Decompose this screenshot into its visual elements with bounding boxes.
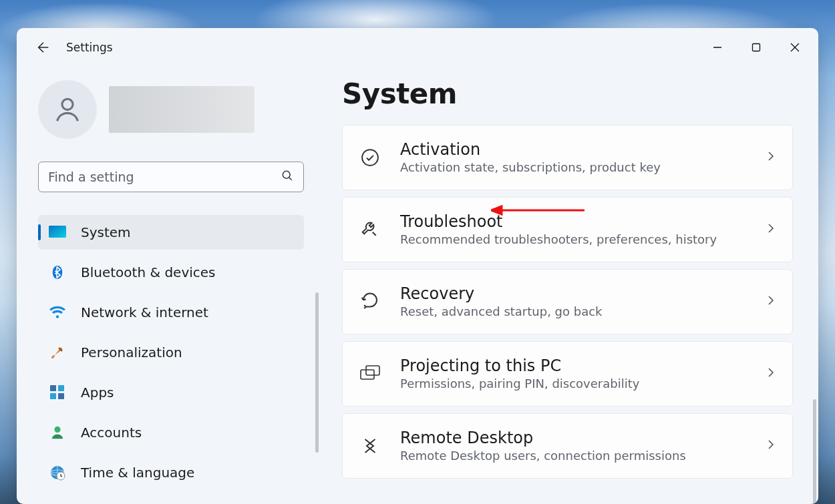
back-button[interactable] xyxy=(30,34,57,61)
card-subtitle: Reset, advanced startup, go back xyxy=(400,304,747,318)
maximize-button[interactable] xyxy=(737,34,776,61)
svg-point-4 xyxy=(62,99,73,109)
svg-rect-21 xyxy=(361,370,374,379)
time-language-icon xyxy=(49,464,66,481)
card-subtitle: Activation state, subscriptions, product… xyxy=(400,160,747,174)
svg-rect-22 xyxy=(366,366,379,375)
card-remote-desktop[interactable]: Remote Desktop Remote Desktop users, con… xyxy=(342,413,793,479)
svg-point-14 xyxy=(54,427,60,433)
person-icon xyxy=(52,94,83,125)
chevron-right-icon xyxy=(766,151,776,164)
back-arrow-icon xyxy=(36,40,51,55)
sidebar-item-label: Apps xyxy=(81,385,114,401)
window-title: Settings xyxy=(66,41,113,54)
svg-rect-13 xyxy=(58,393,64,399)
maximize-icon xyxy=(752,43,761,52)
chevron-right-icon xyxy=(766,223,776,236)
svg-rect-1 xyxy=(753,44,760,51)
account-name-redacted xyxy=(109,86,255,133)
titlebar: Settings xyxy=(17,28,818,67)
search-box[interactable] xyxy=(38,162,304,192)
card-subtitle: Recommended troubleshooters, preferences… xyxy=(400,232,747,246)
svg-rect-12 xyxy=(50,393,56,399)
svg-point-18 xyxy=(362,150,378,166)
card-activation[interactable]: Activation Activation state, subscriptio… xyxy=(342,125,793,190)
card-title: Projecting to this PC xyxy=(400,357,747,374)
page-title: System xyxy=(342,77,793,110)
sidebar-item-label: Network & internet xyxy=(81,304,208,320)
content-area: System Bluetooth & devices Network & int… xyxy=(17,67,818,504)
avatar xyxy=(38,80,97,139)
card-subtitle: Permissions, pairing PIN, discoverabilit… xyxy=(400,376,747,391)
svg-rect-10 xyxy=(50,385,56,391)
card-title: Troubleshoot xyxy=(400,213,747,230)
sidebar-item-apps[interactable]: Apps xyxy=(38,375,304,410)
svg-line-6 xyxy=(289,178,292,180)
remote-desktop-icon xyxy=(359,436,381,456)
svg-rect-8 xyxy=(49,226,66,238)
sidebar-item-label: Accounts xyxy=(81,425,142,441)
card-title: Activation xyxy=(400,141,747,158)
main-panel: System Activation Activation state, subs… xyxy=(334,67,818,504)
minimize-icon xyxy=(713,43,722,52)
close-button[interactable] xyxy=(776,34,814,61)
sidebar-nav: System Bluetooth & devices Network & int… xyxy=(38,215,304,490)
recovery-icon xyxy=(359,292,381,312)
card-title: Recovery xyxy=(400,285,747,302)
card-projecting[interactable]: Projecting to this PC Permissions, pairi… xyxy=(342,341,793,407)
card-troubleshoot[interactable]: Troubleshoot Recommended troubleshooters… xyxy=(342,197,793,262)
sidebar-item-time-language[interactable]: Time & language xyxy=(38,455,304,490)
activation-icon xyxy=(359,148,381,168)
sidebar-item-network[interactable]: Network & internet xyxy=(38,295,304,330)
projecting-icon xyxy=(359,364,381,383)
sidebar-item-label: Bluetooth & devices xyxy=(81,264,216,280)
apps-icon xyxy=(49,384,66,401)
close-icon xyxy=(790,43,800,52)
minimize-button[interactable] xyxy=(698,34,737,61)
sidebar-scrollbar[interactable] xyxy=(315,292,319,453)
card-recovery[interactable]: Recovery Reset, advanced startup, go bac… xyxy=(342,269,793,334)
svg-point-5 xyxy=(283,171,290,178)
svg-rect-11 xyxy=(58,385,64,391)
search-input[interactable] xyxy=(48,170,281,184)
sidebar-item-accounts[interactable]: Accounts xyxy=(38,415,304,450)
chevron-right-icon xyxy=(766,367,776,381)
sidebar: System Bluetooth & devices Network & int… xyxy=(17,67,334,504)
sidebar-item-system[interactable]: System xyxy=(38,215,304,250)
card-title: Remote Desktop xyxy=(400,429,747,447)
search-icon xyxy=(281,169,294,185)
sidebar-item-label: Time & language xyxy=(81,465,194,481)
bluetooth-icon xyxy=(49,264,66,281)
sidebar-item-personalization[interactable]: Personalization xyxy=(38,335,304,370)
chevron-right-icon xyxy=(766,439,776,453)
sidebar-item-label: System xyxy=(81,224,131,240)
window-controls xyxy=(698,34,814,61)
accounts-icon xyxy=(49,424,66,441)
paintbrush-icon xyxy=(49,344,66,361)
profile-block[interactable] xyxy=(38,80,321,139)
settings-window: Settings xyxy=(17,28,818,504)
settings-cards: Activation Activation state, subscriptio… xyxy=(342,125,793,479)
system-icon xyxy=(49,224,66,241)
troubleshoot-icon xyxy=(359,220,381,240)
main-scrollbar[interactable] xyxy=(813,399,816,504)
wifi-icon xyxy=(49,304,66,321)
chevron-right-icon xyxy=(766,295,776,308)
card-subtitle: Remote Desktop users, connection permiss… xyxy=(400,449,747,463)
sidebar-item-bluetooth[interactable]: Bluetooth & devices xyxy=(38,255,304,290)
sidebar-item-label: Personalization xyxy=(81,344,182,360)
